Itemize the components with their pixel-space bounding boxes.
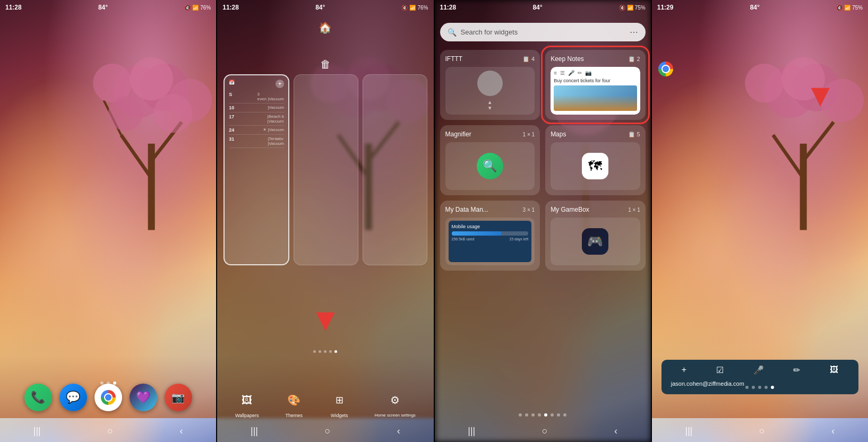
- status-temp-2: 84°: [315, 4, 325, 11]
- widget-ifttt[interactable]: IFTTT 📋 4 ▲ ▼: [440, 50, 540, 120]
- nav-recents-2[interactable]: |||: [251, 426, 258, 437]
- battery-text: 76%: [200, 5, 211, 11]
- phone-app[interactable]: 📞: [24, 384, 52, 411]
- widgets-icon: ⊞: [329, 390, 349, 410]
- nav-back-2[interactable]: ‹: [397, 426, 400, 437]
- battery-text-4: 75%: [852, 5, 863, 11]
- keep-notes-count: 📋 2: [628, 56, 640, 63]
- ifttt-arrows: ▲ ▼: [487, 99, 493, 111]
- panel-home-screen: 11:28 84° 🔇 📶 76% 📞 💬 💜 📷 ||| ○ ‹: [0, 0, 216, 442]
- keep-notes-header: Keep Notes 📋 2: [551, 55, 640, 63]
- maps-name: Maps: [551, 131, 566, 138]
- widget-keep-notes[interactable]: Keep Notes 📋 2 ≡ ☰ 🎤 ✏ 📷 Buy concert tic…: [545, 50, 646, 120]
- messages-app[interactable]: 💬: [59, 384, 87, 411]
- nav-recents-3[interactable]: |||: [468, 426, 475, 437]
- gamebox-icon: 🎮: [582, 228, 608, 255]
- data-manager-header: My Data Man... 3 × 1: [445, 206, 535, 213]
- p3-dot-5: [544, 413, 547, 417]
- wallpapers-label: Wallpapers: [235, 413, 259, 418]
- maps-count: 📋 5: [628, 131, 640, 138]
- p3-dot-1: [519, 413, 522, 417]
- screen-recorder-app[interactable]: 📷: [165, 384, 192, 411]
- status-temp-4: 84°: [750, 4, 760, 11]
- nav-back-3[interactable]: ‹: [614, 426, 617, 437]
- battery-text-3: 75%: [635, 5, 646, 11]
- chrome-app[interactable]: [94, 384, 122, 411]
- nav-home-4[interactable]: ○: [759, 426, 765, 437]
- nav-home-2[interactable]: ○: [324, 426, 330, 437]
- kn-widget-toolbar: + ☑ 🎤 ✏ 🖼: [667, 365, 853, 375]
- wallpapers-menu-item[interactable]: 🖼 Wallpapers: [235, 390, 259, 418]
- cal-row-2: 10 |Vacuum: [229, 103, 284, 112]
- gamebox-preview-content: 🎮: [551, 218, 640, 265]
- svg-line-22: [773, 135, 803, 178]
- empty-card-1: [294, 74, 358, 265]
- kn-pen-icon: ✏: [578, 70, 582, 76]
- ifttt-preview-content: ▲ ▼: [445, 67, 535, 115]
- nav-home[interactable]: ○: [107, 426, 113, 437]
- checkbox-icon[interactable]: ☑: [716, 365, 724, 375]
- widgets-menu-item[interactable]: ⊞ Widgets: [329, 390, 349, 418]
- red-arrow-down-4: [805, 80, 836, 111]
- ifttt-count: 📋 4: [522, 56, 535, 63]
- cherry-tree: [87, 0, 216, 287]
- cal-icon: 📅: [229, 80, 235, 88]
- mic-icon[interactable]: 🎤: [753, 365, 764, 375]
- p4-dot-4: [764, 386, 768, 389]
- nav-home-3[interactable]: ○: [542, 426, 548, 437]
- p3-dot-4: [538, 413, 541, 417]
- p4-page-dots: [652, 386, 868, 389]
- kn-image: [554, 85, 637, 111]
- status-icons-4: 🔇 📶 75%: [836, 5, 863, 11]
- widget-search-bar[interactable]: 🔍 Search for widgets ⋯: [440, 23, 646, 41]
- status-icons: 🔇 📶 76%: [184, 5, 211, 11]
- keep-notes-preview-content: ≡ ☰ 🎤 ✏ 📷 Buy concert tickets for four: [551, 67, 640, 115]
- home-icon-top: 🏠: [319, 21, 332, 34]
- keep-notes-widget[interactable]: + ☑ 🎤 ✏ 🖼 jason.cohen@ziffmedia.com: [661, 360, 858, 394]
- nav-bar-3: ||| ○ ‹: [435, 420, 651, 442]
- dm-stats: 256.5kB used 15 days left: [452, 237, 529, 241]
- cal-row-4: 24 ☀ |Vacuum: [229, 126, 284, 135]
- keep-notes-preview: ≡ ☰ 🎤 ✏ 📷 Buy concert tickets for four: [551, 67, 640, 115]
- status-temp-3: 84°: [532, 4, 542, 11]
- cal-add-btn[interactable]: +: [276, 80, 284, 88]
- svg-point-25: [745, 64, 784, 102]
- widget-gamebox[interactable]: My GameBox 1 × 1 🎮: [545, 201, 646, 271]
- pencil-icon[interactable]: ✏: [793, 365, 800, 375]
- kn-camera-icon: 📷: [585, 70, 591, 76]
- nav-back[interactable]: ‹: [180, 426, 183, 437]
- search-icon: 🔍: [448, 28, 457, 37]
- ifttt-preview: ▲ ▼: [445, 67, 535, 115]
- widget-data-manager[interactable]: My Data Man... 3 × 1 Mobile usage 256.5k…: [440, 201, 540, 271]
- p3-dot-8: [563, 413, 566, 417]
- magnifier-icon: 🔍: [477, 153, 503, 179]
- nav-recents[interactable]: |||: [33, 426, 41, 437]
- svg-point-8: [130, 57, 173, 100]
- data-manager-size: 3 × 1: [523, 207, 535, 213]
- cal-row-5: 31 |Tentativ|Vacuum: [229, 135, 284, 148]
- themes-label: Themes: [286, 413, 303, 418]
- trash-icon: 🗑: [320, 58, 331, 71]
- add-icon[interactable]: +: [682, 365, 686, 375]
- home-settings-menu-item[interactable]: ⚙ Home screen settings: [374, 390, 415, 418]
- themes-menu-item[interactable]: 🎨 Themes: [284, 390, 304, 418]
- image-icon[interactable]: 🖼: [830, 365, 838, 375]
- slack-app[interactable]: 💜: [130, 384, 157, 411]
- panel-edit-mode: 11:28 84° 🔇 📶 76% 🏠 🗑 📅 + S 3even |Vacuu…: [217, 0, 433, 442]
- more-options-icon[interactable]: ⋯: [630, 27, 638, 37]
- magnifier-size: 1 × 1: [523, 132, 535, 137]
- calendar-widget-card[interactable]: 📅 + S 3even |Vacuum 10 |Vacuum 17 |Beach…: [224, 74, 289, 265]
- nav-recents-4[interactable]: |||: [685, 426, 692, 437]
- widget-preview-row: 📅 + S 3even |Vacuum 10 |Vacuum 17 |Beach…: [217, 74, 433, 265]
- widget-magnifier[interactable]: Magnifier 1 × 1 🔍: [440, 125, 540, 195]
- ifttt-name: IFTTT: [445, 55, 463, 63]
- page-dot-3: [324, 350, 326, 353]
- panel-widget-added: 11:29 84° 🔇 📶 75% + ☑ 🎤 ✏ 🖼 jason.cohen@…: [652, 0, 868, 442]
- gamebox-name: My GameBox: [551, 206, 589, 213]
- signal-icon-3: 📶: [627, 5, 633, 11]
- nav-back-4[interactable]: ‹: [831, 426, 835, 437]
- lava-overlay-4: [652, 263, 868, 418]
- edit-bottom-menu: 🖼 Wallpapers 🎨 Themes ⊞ Widgets ⚙ Home s…: [217, 390, 433, 418]
- widget-maps[interactable]: Maps 📋 5 🗺: [545, 125, 646, 195]
- data-manager-preview: Mobile usage 256.5kB used 15 days left: [445, 218, 535, 265]
